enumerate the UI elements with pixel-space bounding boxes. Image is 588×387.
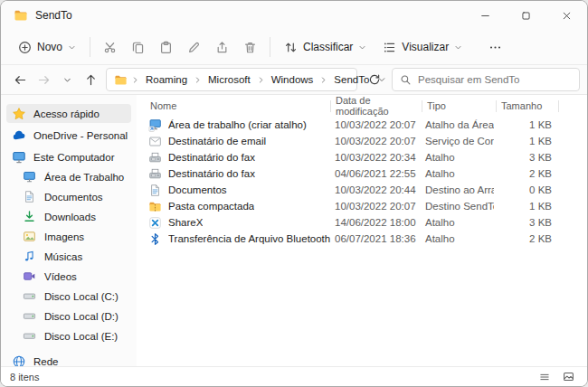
back-button[interactable] xyxy=(8,68,32,91)
sidebar-item-disk-d[interactable]: Disco Local (D:) xyxy=(6,307,131,326)
chevron-right-icon xyxy=(319,76,327,84)
sidebar-item-pictures[interactable]: Imagens xyxy=(6,227,131,246)
sidebar-item-label: Vídeos xyxy=(44,271,77,282)
file-modified: 06/07/2021 18:36 xyxy=(330,233,421,244)
paste-button[interactable] xyxy=(152,33,180,61)
rename-button[interactable] xyxy=(180,33,208,61)
sidebar-item-disk-c[interactable]: Disco Local (C:) xyxy=(6,287,131,306)
rename-icon xyxy=(187,41,201,54)
refresh-button[interactable] xyxy=(363,68,386,91)
cut-button[interactable] xyxy=(96,33,124,61)
sidebar-item-label: Imagens xyxy=(44,231,84,242)
file-row[interactable]: Documentos 10/03/2022 20:44 Destino ao A… xyxy=(146,182,587,198)
sidebar-item-onedrive[interactable]: OneDrive - Personal xyxy=(6,126,131,145)
details-view-toggle[interactable] xyxy=(535,369,555,384)
sidebar-item-videos[interactable]: Vídeos xyxy=(6,267,131,286)
file-type: Atalho xyxy=(421,152,494,163)
recent-locations-button[interactable] xyxy=(55,68,79,91)
items-count: 8 itens xyxy=(10,372,39,382)
file-modified: 04/06/2021 22:55 xyxy=(330,168,421,179)
star-icon xyxy=(12,107,26,121)
sidebar-item-quick-access[interactable]: Acesso rápido xyxy=(6,104,131,123)
forward-button[interactable] xyxy=(32,68,55,91)
file-type: Atalho xyxy=(421,168,494,179)
titlebar: SendTo xyxy=(1,1,587,30)
delete-button[interactable] xyxy=(236,33,264,61)
new-button[interactable]: Novo xyxy=(10,36,84,59)
recent-locations-icon xyxy=(62,75,72,85)
sidebar-item-label: Área de Trabalho xyxy=(44,172,124,183)
column-header-modified[interactable]: Data de modificação xyxy=(331,95,422,117)
maximize-button[interactable] xyxy=(506,1,546,30)
file-row[interactable]: Transferência de Arquivo Bluetooth 06/07… xyxy=(146,231,587,247)
window-controls xyxy=(465,1,587,30)
close-button[interactable] xyxy=(546,1,587,30)
file-row[interactable]: Pasta compactada 10/03/2022 20:07 Destin… xyxy=(146,198,587,214)
sidebar-item-label: Acesso rápido xyxy=(33,109,100,119)
file-modified: 14/06/2022 18:00 xyxy=(330,217,421,228)
breadcrumb[interactable]: Roaming Microsoft Windows SendTo xyxy=(106,68,357,91)
fax-icon xyxy=(148,167,162,181)
close-icon xyxy=(562,11,572,21)
sidebar-item-label: Este Computador xyxy=(33,152,115,163)
file-row[interactable]: ShareX 14/06/2022 18:00 Atalho 3 KB xyxy=(146,214,587,231)
maximize-icon xyxy=(521,11,531,21)
minimize-icon xyxy=(480,11,490,21)
explorer-body: Acesso rápido OneDrive - Personal Este C… xyxy=(1,95,587,366)
drive-icon xyxy=(23,329,37,343)
sort-button[interactable]: Classificar xyxy=(276,36,375,59)
copy-icon xyxy=(131,41,145,54)
sidebar-item-documents[interactable]: Documentos xyxy=(6,187,131,206)
column-headers: Nome Data de modificação Tipo Tamanho xyxy=(146,95,587,117)
chevron-down-icon xyxy=(454,43,462,52)
sidebar-item-downloads[interactable]: Downloads xyxy=(6,207,131,226)
desktop-shortcut-icon xyxy=(148,118,162,132)
file-name: Pasta compactada xyxy=(168,201,254,212)
sidebar-item-network[interactable]: Rede xyxy=(6,352,131,366)
minimize-button[interactable] xyxy=(465,1,506,30)
up-button[interactable] xyxy=(79,68,102,91)
sidebar-item-music[interactable]: Músicas xyxy=(6,247,131,266)
sidebar-item-this-pc[interactable]: Este Computador xyxy=(6,147,131,166)
thumbnails-view-toggle[interactable] xyxy=(558,369,578,384)
file-name: Destinatário do fax xyxy=(168,152,255,163)
file-size: 1 KB xyxy=(494,201,555,212)
sidebar-item-label: Disco Local (D:) xyxy=(44,311,119,322)
sidebar-item-disk-e[interactable]: Disco Local (E:) xyxy=(6,326,131,345)
drive-icon xyxy=(23,309,37,323)
file-size: 2 KB xyxy=(494,233,555,244)
sidebar-item-label: OneDrive - Personal xyxy=(33,130,128,141)
delete-icon xyxy=(243,41,257,54)
chevron-down-icon xyxy=(68,43,76,52)
sidebar-item-desktop[interactable]: Área de Trabalho xyxy=(6,167,131,186)
chevron-right-icon xyxy=(131,76,139,84)
file-row[interactable]: Destinatário do fax 04/06/2021 22:55 Ata… xyxy=(146,165,587,182)
share-button[interactable] xyxy=(208,33,236,61)
file-type: Atalho xyxy=(421,217,494,228)
thumbnails-view-icon xyxy=(563,371,574,382)
more-options-button[interactable] xyxy=(481,33,509,61)
column-divider[interactable] xyxy=(558,100,559,112)
navigation-pane: Acesso rápido OneDrive - Personal Este C… xyxy=(1,95,137,366)
copy-button[interactable] xyxy=(124,33,152,61)
documents-icon xyxy=(23,190,37,203)
file-name: Área de trabalho (criar atalho) xyxy=(168,119,307,130)
view-button[interactable]: Visualizar xyxy=(375,36,470,59)
file-row[interactable]: Área de trabalho (criar atalho) 10/03/20… xyxy=(146,117,587,133)
breadcrumb-item-roaming[interactable]: Roaming xyxy=(143,74,190,85)
column-header-type[interactable]: Tipo xyxy=(422,95,496,117)
search-box xyxy=(392,68,580,91)
breadcrumb-item-microsoft[interactable]: Microsoft xyxy=(205,74,253,85)
file-modified: 10/03/2022 20:07 xyxy=(330,136,421,146)
file-type: Atalho da Área de... xyxy=(421,119,494,130)
file-row[interactable]: Destinatário do fax 10/03/2022 20:34 Ata… xyxy=(146,149,587,165)
breadcrumb-item-windows[interactable]: Windows xyxy=(269,74,317,85)
column-header-name[interactable]: Nome xyxy=(146,95,330,117)
column-header-size[interactable]: Tamanho xyxy=(497,95,558,117)
search-input[interactable] xyxy=(418,74,572,85)
sidebar-item-label: Disco Local (C:) xyxy=(44,291,119,302)
sidebar-item-label: Documentos xyxy=(44,192,103,203)
file-row[interactable]: Destinatário de email 10/03/2022 20:07 S… xyxy=(146,133,587,149)
share-icon xyxy=(215,41,229,54)
more-icon xyxy=(488,41,502,54)
